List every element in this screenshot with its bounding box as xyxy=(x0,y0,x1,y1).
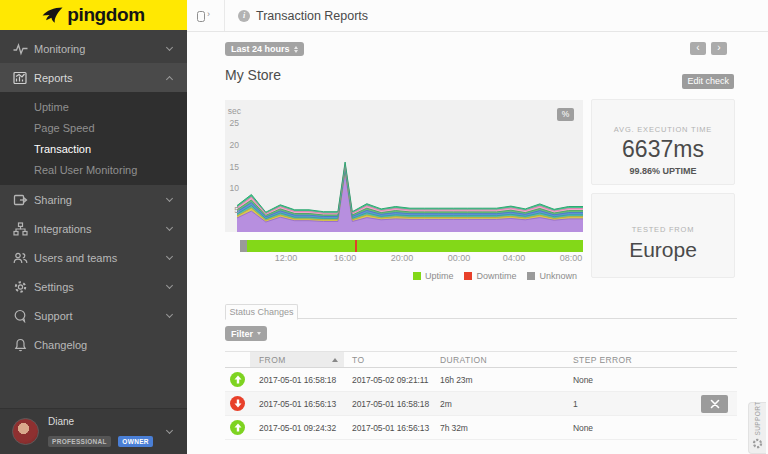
sidebar-item-label: Sharing xyxy=(34,194,167,206)
status-up-icon xyxy=(230,372,245,387)
chart-legend: UptimeDowntimeUnknown xyxy=(413,271,577,281)
legend-swatch xyxy=(464,272,472,280)
chat-icon xyxy=(13,309,28,323)
sidebar-item-label: Monitoring xyxy=(34,43,167,55)
legend-swatch xyxy=(413,272,421,280)
status-up-icon xyxy=(230,420,245,435)
tab-status-changes[interactable]: Status Changes xyxy=(225,304,298,320)
pulse-icon xyxy=(13,42,28,56)
tab-bar: Status Changes xyxy=(225,304,737,319)
sidebar-item-sharing[interactable]: Sharing xyxy=(0,185,187,214)
x-axis-labels: 12:0016:0020:0000:0004:0008:00 xyxy=(225,253,583,265)
support-label: SUPPORT xyxy=(754,402,761,436)
sidebar-item-uptime[interactable]: Uptime xyxy=(0,97,187,118)
updown-icon xyxy=(294,46,298,53)
bell-icon xyxy=(13,338,28,352)
collapse-sidebar-icon[interactable] xyxy=(197,11,205,22)
sidebar-nav: Monitoring Reports Uptime Page Speed Tra… xyxy=(0,30,187,359)
edit-check-button[interactable]: Edit check xyxy=(682,74,734,89)
lifebuoy-icon xyxy=(752,438,763,449)
status-down-icon xyxy=(230,396,245,411)
legend-item: Unknown xyxy=(527,271,577,281)
pingdom-logo-icon xyxy=(42,7,63,24)
column-duration[interactable]: DURATION xyxy=(432,355,565,365)
sidebar-item-integrations[interactable]: Integrations xyxy=(0,214,187,243)
owner-badge: OWNER xyxy=(118,436,152,447)
x-tick-label: 16:00 xyxy=(334,253,357,263)
users-icon xyxy=(13,251,28,265)
x-tick-label: 20:00 xyxy=(391,253,414,263)
sidebar-item-label: Support xyxy=(34,310,167,322)
filter-button[interactable]: Filter xyxy=(225,326,267,341)
page-title: Transaction Reports xyxy=(256,9,368,23)
sidebar: pingdom Monitoring Reports Uptime Page S… xyxy=(0,0,187,454)
logo-bar[interactable]: pingdom xyxy=(0,0,187,30)
x-tick-label: 12:00 xyxy=(275,253,298,263)
column-to[interactable]: TO xyxy=(344,355,432,365)
sidebar-item-label: Reports xyxy=(34,72,167,84)
unknown-segment xyxy=(240,240,247,252)
table-row[interactable]: 2017-05-01 16:56:13 2017-05-01 16:58:18 … xyxy=(225,392,737,416)
avg-execution-time-panel: AVG. EXECUTION TIME 6637ms 99.86% UPTIME xyxy=(591,99,735,185)
plan-badge: PROFESSIONAL xyxy=(48,436,111,447)
x-tick-label: 04:00 xyxy=(503,253,526,263)
logo-text: pingdom xyxy=(67,4,144,26)
prev-button[interactable]: ‹ xyxy=(690,42,706,55)
gear-icon xyxy=(13,280,28,294)
next-button[interactable]: › xyxy=(711,42,727,55)
sitemap-icon xyxy=(13,222,28,236)
chevron-down-icon xyxy=(166,43,173,50)
chevron-down-icon xyxy=(166,281,173,288)
downtime-segment xyxy=(355,240,357,252)
column-from[interactable]: FROM xyxy=(250,352,344,367)
report-icon xyxy=(13,71,28,85)
sidebar-item-changelog[interactable]: Changelog xyxy=(0,330,187,359)
tools-icon xyxy=(710,399,720,409)
chevron-down-icon xyxy=(166,310,173,317)
root-cause-button[interactable] xyxy=(701,395,728,413)
legend-item: Uptime xyxy=(413,271,454,281)
sidebar-item-page-speed[interactable]: Page Speed xyxy=(0,118,187,139)
sidebar-item-monitoring[interactable]: Monitoring xyxy=(0,34,187,63)
y-tick-label: 10 xyxy=(230,183,240,193)
uptime-percentage: 99.86% UPTIME xyxy=(592,166,734,176)
reports-submenu: Uptime Page Speed Transaction Real User … xyxy=(0,92,187,185)
chevron-down-icon xyxy=(166,194,173,201)
y-tick-label: 5 xyxy=(234,205,239,215)
avatar xyxy=(12,418,39,445)
tested-from-value: Europe xyxy=(592,238,734,262)
user-menu[interactable]: Diane PROFESSIONAL OWNER xyxy=(0,408,187,454)
support-side-tab[interactable]: SUPPORT xyxy=(748,402,766,454)
percent-toggle-button[interactable]: % xyxy=(557,108,574,121)
y-tick-label: 20 xyxy=(230,140,240,150)
x-tick-label: 00:00 xyxy=(448,253,471,263)
caret-down-icon xyxy=(257,332,261,335)
chevron-down-icon xyxy=(166,223,173,230)
sidebar-item-support[interactable]: Support xyxy=(0,301,187,330)
column-step-error[interactable]: STEP ERROR xyxy=(565,355,737,365)
avg-execution-time-value: 6637ms xyxy=(592,136,734,163)
time-range-select[interactable]: Last 24 hours xyxy=(225,42,304,56)
share-icon xyxy=(13,193,28,207)
sidebar-item-real-user-monitoring[interactable]: Real User Monitoring xyxy=(0,160,187,181)
uptime-timeline-bar[interactable] xyxy=(240,240,583,252)
y-axis-unit: sec xyxy=(225,106,241,116)
execution-chart-svg: 252015105 xyxy=(225,100,583,232)
stat-label: TESTED FROM xyxy=(592,225,734,234)
status-changes-table: FROM TO DURATION STEP ERROR 2017-05-01 1… xyxy=(225,351,737,440)
sidebar-item-reports[interactable]: Reports xyxy=(0,63,187,92)
sidebar-item-label: Settings xyxy=(34,281,167,293)
check-title: My Store xyxy=(225,67,281,83)
sidebar-item-transaction[interactable]: Transaction xyxy=(0,139,187,160)
topbar: › i Transaction Reports xyxy=(187,0,768,32)
sort-asc-icon xyxy=(332,358,338,362)
table-row[interactable]: 2017-05-01 09:24:32 2017-05-01 16:56:13 … xyxy=(225,416,737,440)
chevron-down-icon xyxy=(166,252,173,259)
sidebar-item-label: Changelog xyxy=(34,339,172,351)
sidebar-item-users-and-teams[interactable]: Users and teams xyxy=(0,243,187,272)
table-row[interactable]: 2017-05-01 16:58:18 2017-05-02 09:21:11 … xyxy=(225,368,737,392)
user-name: Diane xyxy=(48,416,167,427)
info-icon[interactable]: i xyxy=(238,10,250,22)
tested-from-panel: TESTED FROM Europe xyxy=(591,193,735,278)
sidebar-item-settings[interactable]: Settings xyxy=(0,272,187,301)
